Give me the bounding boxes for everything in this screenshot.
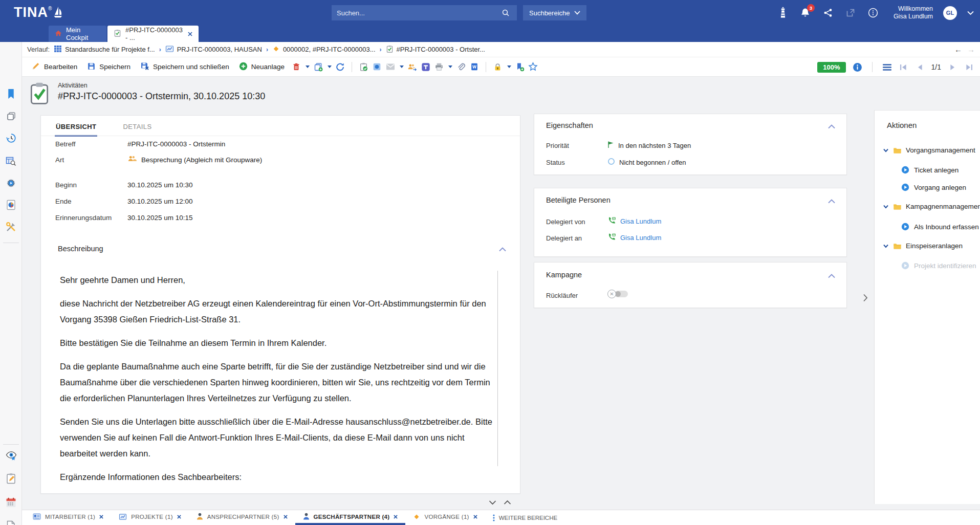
task-check-icon[interactable] [359,62,368,72]
delete-dropdown-caret[interactable] [306,65,310,68]
duplicate-dropdown-caret[interactable] [328,65,332,68]
tree-folder-einspeiseranlagen[interactable]: Einspeiseranlagen [883,242,963,250]
tree-folder-vorgangsmanagement[interactable]: Vorgangsmanagement [883,146,975,154]
search-icon[interactable] [499,6,512,19]
favorite-star-icon[interactable] [528,62,538,72]
collapse-down-icon[interactable] [489,498,496,507]
tab-vorgaenge[interactable]: VORGÄNGE (1) [405,510,485,525]
field-value-erinnerungsdatum[interactable]: 30.10.2025 um 10:15 [127,214,193,222]
tab-ansprechpartner[interactable]: ANSPRECHPARTNER (5) [189,510,295,525]
edit-button[interactable]: Bearbeiten [28,59,80,74]
priority-value[interactable]: In den nächsten 3 Tagen [607,141,691,150]
activity-clipboard-icon [114,29,121,38]
info-icon[interactable] [853,62,862,72]
action-als-inbound-erfassen[interactable]: Als Inbound erfassen [901,223,979,231]
menu-hamburger-icon[interactable] [882,62,892,72]
delegated-from-link[interactable]: Gisa Lundlum [620,217,661,225]
close-tab-icon[interactable] [188,32,192,36]
status-value[interactable]: Nicht begonnen / offen [607,158,686,167]
collapse-description-icon[interactable] [499,245,506,254]
home-icon [55,30,62,38]
teams-icon[interactable] [421,62,430,72]
avatar[interactable]: GL [943,6,957,20]
print-dropdown-caret[interactable] [448,65,452,68]
groupware-meeting-icon[interactable] [407,62,417,72]
delete-trash-icon[interactable] [291,62,301,72]
document-gear-icon[interactable] [5,520,17,525]
collapse-people-icon[interactable] [828,196,835,206]
print-icon[interactable] [434,62,444,72]
calendar-icon[interactable] [5,496,17,508]
toolbar-separator [486,62,486,72]
duplicate-icon[interactable] [313,62,323,72]
attachment-paperclip-icon[interactable] [456,62,466,72]
collapse-campaign-icon[interactable] [828,271,835,280]
tab-uebersicht[interactable]: ÜBERSICHT [55,119,97,137]
close-area-icon[interactable] [99,515,103,519]
field-value-betreff[interactable]: #PRJ-ITC-0000003 - Ortstermin [127,140,225,148]
description-text[interactable]: Sehr geehrte Damen und Herren, diese Nac… [60,272,492,493]
weitere-bereiche-button[interactable]: WEITERE BEREICHE [485,510,565,525]
previous-page-icon[interactable] [915,62,925,72]
field-value-ende[interactable]: 30.10.2025 um 12:00 [127,198,193,205]
field-value-beginn[interactable]: 30.10.2025 um 10:30 [127,181,193,189]
notifications-bell-icon[interactable]: 3 [799,6,812,19]
user-menu-chevron-icon[interactable] [967,8,974,17]
field-value-art[interactable]: Besprechung (Abgleich mit Groupware) [127,155,262,164]
tab-projekte[interactable]: PROJEKTE (1) [111,510,189,525]
refresh-icon[interactable] [335,62,345,72]
report-document-icon[interactable] [5,199,17,211]
close-area-icon[interactable] [177,515,181,519]
history-back-icon[interactable]: ← [954,45,962,54]
settings-gear-icon[interactable] [5,177,17,189]
next-page-icon[interactable] [948,62,957,72]
notes-clipboard-icon[interactable] [5,472,17,484]
save-button[interactable]: Speichern [84,60,134,74]
windows-copy-icon[interactable] [5,110,17,122]
lighthouse-icon[interactable] [777,6,789,19]
bookmark-add-icon[interactable] [515,62,525,72]
action-ticket-anlegen[interactable]: Ticket anlegen [901,166,959,174]
watch-favorites-icon[interactable] [5,450,17,462]
breadcrumb-item-project[interactable]: PRJ-ITC-0000003, HAUSAN [165,45,262,54]
lock-dropdown-caret[interactable] [507,65,511,68]
share-icon[interactable] [822,6,834,19]
lock-icon[interactable] [493,62,503,72]
onenote-tile-icon[interactable] [372,62,382,72]
first-page-icon[interactable] [899,62,908,72]
search-table-icon[interactable] [5,155,17,167]
more-options-icon[interactable] [867,6,879,19]
tree-folder-kampagnenmanagement[interactable]: Kampagnenmanagement [883,203,980,210]
close-area-icon[interactable] [394,515,398,519]
breadcrumb-item-activity[interactable]: #PRJ-ITC-0000003 - Ortster... [386,45,485,54]
history-forward-icon[interactable]: → [967,45,975,54]
ruecklaeufer-toggle[interactable]: ✕ [607,290,628,298]
email-dropdown-caret[interactable] [400,65,404,68]
history-icon[interactable] [5,132,17,144]
tools-icon[interactable] [5,221,17,233]
open-external-icon[interactable] [844,6,857,19]
collapse-up-icon[interactable] [504,498,511,507]
close-area-icon[interactable] [473,515,477,519]
breadcrumb-item-vorgang[interactable]: 0000002, #PRJ-ITC-0000003... [272,45,376,54]
close-area-icon[interactable] [284,515,288,519]
tab-mitarbeiter[interactable]: MITARBEITER (1) [25,510,111,525]
tab-geschaeftspartner[interactable]: GESCHÄFTSPARTNER (4) [295,510,406,525]
tab-details[interactable]: DETAILS [122,119,153,137]
panel-expander-icon[interactable] [863,294,868,304]
tab-activity-document[interactable]: #PRJ-ITC-0000003 - ... [107,26,199,42]
description-scrollbar[interactable] [497,271,498,466]
collapse-properties-icon[interactable] [828,122,835,131]
bookmark-icon[interactable] [5,88,17,100]
tab-mein-cockpit[interactable]: Mein Cockpit [49,26,106,42]
email-envelope-icon[interactable] [385,62,395,72]
breadcrumb-item-search[interactable]: Standardsuche für Projekte f... [54,45,155,54]
save-close-button[interactable]: Speichern und schließen [137,59,232,74]
action-vorgang-anlegen[interactable]: Vorgang anlegen [901,183,966,191]
last-page-icon[interactable] [964,62,974,72]
delegated-to-link[interactable]: Gisa Lundlum [620,234,661,242]
word-document-icon[interactable] [469,62,479,72]
search-input[interactable] [337,9,499,17]
new-button[interactable]: Neuanlage [236,60,288,74]
search-scope-button[interactable]: Suchbereiche [523,5,586,20]
